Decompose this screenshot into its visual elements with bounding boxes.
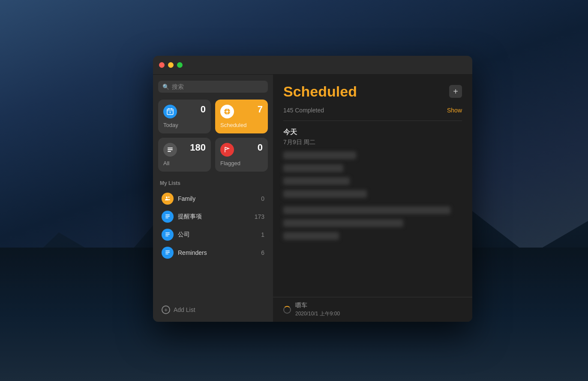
add-list-button[interactable]: + Add List — [158, 301, 268, 316]
bottom-item-date: 2020/10/1 上午9:00 — [295, 310, 340, 318]
all-card-top: 180 — [163, 143, 206, 157]
bottom-item-title: 嚼车 — [295, 302, 340, 309]
svg-rect-18 — [165, 218, 168, 218]
flagged-icon — [220, 143, 234, 157]
reminders-cn-list-count: 173 — [255, 213, 264, 220]
loading-spinner — [283, 306, 291, 314]
today-card-top: 9 0 — [163, 105, 206, 118]
reminders-list-count: 6 — [261, 249, 264, 256]
add-list-icon: + — [162, 305, 170, 314]
all-icon — [163, 143, 177, 157]
svg-point-6 — [226, 111, 228, 113]
list-item-company[interactable]: 公司 1 — [158, 226, 268, 244]
minimize-button[interactable] — [168, 62, 174, 68]
svg-text:9: 9 — [169, 111, 171, 114]
bottom-item-content: 嚼车 2020/10/1 上午9:00 — [295, 302, 340, 318]
main-panel-header: Scheduled + — [273, 75, 472, 107]
flagged-count: 0 — [258, 143, 263, 152]
company-list-name: 公司 — [178, 231, 257, 239]
blurred-item-1 — [283, 151, 356, 159]
flagged-card-top: 0 — [220, 143, 263, 157]
all-card[interactable]: 180 All — [158, 138, 211, 172]
traffic-lights — [159, 62, 183, 68]
company-list-count: 1 — [261, 231, 264, 238]
reminders-cn-list-name: 提醒事项 — [178, 213, 250, 221]
family-list-count: 0 — [261, 195, 264, 202]
today-date-section: 今天 7月9日 周二 — [273, 121, 472, 248]
content-area: 🔍 9 — [153, 75, 472, 322]
svg-rect-21 — [165, 236, 168, 236]
svg-rect-22 — [165, 251, 170, 251]
completed-bar: 145 Completed Show — [273, 107, 472, 121]
search-bar[interactable]: 🔍 — [158, 81, 268, 93]
sidebar: 🔍 9 — [153, 75, 273, 322]
flagged-label: Flagged — [220, 160, 263, 166]
svg-rect-24 — [165, 254, 168, 254]
today-icon: 9 — [163, 105, 177, 118]
today-label: Today — [163, 122, 206, 128]
search-icon: 🔍 — [162, 84, 169, 90]
svg-rect-16 — [165, 215, 170, 215]
search-input[interactable] — [172, 83, 264, 90]
reminders-list-name: Reminders — [178, 249, 257, 256]
company-list-icon — [162, 229, 174, 241]
my-lists-title: My Lists — [158, 180, 268, 186]
svg-rect-23 — [165, 252, 170, 253]
all-count: 180 — [190, 143, 206, 152]
list-item-reminders-cn[interactable]: 提醒事项 173 — [158, 208, 268, 226]
today-section-subtitle: 7月9日 周二 — [283, 139, 462, 146]
bottom-reminder-item: 嚼车 2020/10/1 上午9:00 — [273, 297, 472, 322]
svg-rect-11 — [168, 148, 173, 148]
main-panel: Scheduled + 145 Completed Show 今天 7月9日 周… — [273, 75, 472, 322]
maximize-button[interactable] — [177, 62, 183, 68]
my-lists-section: My Lists Family 0 — [158, 180, 268, 301]
svg-rect-19 — [165, 233, 170, 233]
title-bar — [153, 56, 472, 75]
completed-count-text: 145 Completed — [283, 107, 324, 114]
family-list-name: Family — [178, 195, 257, 202]
list-item-reminders[interactable]: Reminders 6 — [158, 244, 268, 262]
today-card[interactable]: 9 0 Today — [158, 100, 211, 133]
svg-rect-20 — [165, 234, 170, 235]
reminders-cn-list-icon — [162, 211, 174, 223]
svg-rect-7 — [227, 109, 228, 110]
blurred-item-5 — [283, 206, 450, 214]
app-window: 🔍 9 — [153, 56, 472, 322]
all-label: All — [163, 160, 206, 166]
blurred-item-3 — [283, 177, 350, 185]
blurred-item-2 — [283, 164, 343, 172]
show-completed-button[interactable]: Show — [447, 107, 462, 114]
blurred-item-6 — [283, 219, 403, 227]
add-list-label: Add List — [174, 306, 195, 313]
svg-rect-10 — [229, 111, 230, 112]
close-button[interactable] — [159, 62, 165, 68]
today-section-title: 今天 — [283, 128, 462, 137]
blurred-item-7 — [283, 232, 339, 240]
svg-point-14 — [166, 197, 168, 198]
scheduled-icon — [220, 105, 234, 118]
add-reminder-button[interactable]: + — [449, 85, 462, 98]
reminders-list-icon — [162, 247, 174, 259]
scroll-area[interactable]: 今天 7月9日 周二 — [273, 121, 472, 322]
family-list-icon — [162, 193, 174, 205]
scheduled-label: Scheduled — [220, 122, 263, 128]
list-item-family[interactable]: Family 0 — [158, 190, 268, 208]
svg-rect-17 — [165, 216, 170, 217]
svg-rect-12 — [168, 149, 173, 150]
today-count: 0 — [201, 105, 206, 114]
svg-rect-9 — [224, 111, 225, 112]
scheduled-card-top: 7 — [220, 105, 263, 118]
flagged-card[interactable]: 0 Flagged — [215, 138, 268, 172]
svg-rect-13 — [168, 151, 171, 152]
svg-point-15 — [168, 197, 170, 198]
scheduled-count: 7 — [258, 105, 263, 114]
svg-rect-8 — [227, 113, 228, 115]
blurred-item-4 — [283, 190, 367, 198]
smart-lists-grid: 9 0 Today — [158, 100, 268, 172]
scheduled-card[interactable]: 7 Scheduled — [215, 100, 268, 133]
main-title: Scheduled — [283, 83, 357, 100]
